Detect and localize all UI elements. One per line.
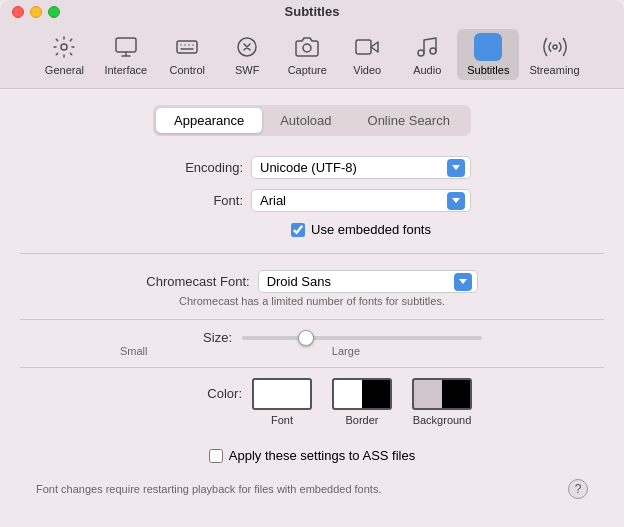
main-window: Subtitles General Interface: [0, 0, 624, 527]
toolbar-label-subtitles: Subtitles: [467, 64, 509, 76]
footer-text: Font changes require restarting playback…: [36, 483, 381, 495]
size-slider-row: Size:: [20, 330, 604, 345]
font-color-label: Font: [271, 414, 293, 426]
tab-bar: Appearance Autoload Online Search: [153, 105, 471, 136]
interface-icon: [112, 33, 140, 61]
size-slider[interactable]: [242, 336, 482, 340]
tab-appearance[interactable]: Appearance: [156, 108, 262, 133]
chromecast-section: Chromecast Font: Droid Sans Chromecast h…: [20, 270, 604, 320]
toolbar-label-streaming: Streaming: [529, 64, 579, 76]
border-color-swatch[interactable]: [332, 378, 392, 410]
background-color-swatch[interactable]: [412, 378, 472, 410]
maximize-button[interactable]: [48, 6, 60, 18]
ass-files-label: Apply these settings to ASS files: [229, 448, 415, 463]
swf-icon: [233, 33, 261, 61]
embedded-fonts-label: Use embedded fonts: [311, 222, 431, 237]
toolbar-label-video: Video: [353, 64, 381, 76]
toolbar-item-general[interactable]: General: [34, 29, 94, 80]
video-icon: [353, 33, 381, 61]
toolbar-item-control[interactable]: Control: [157, 29, 217, 80]
svg-rect-2: [177, 41, 197, 53]
font-row: Font: Arial: [20, 189, 604, 212]
toolbar-item-audio[interactable]: Audio: [397, 29, 457, 80]
svg-point-4: [303, 44, 311, 52]
encoding-label: Encoding:: [153, 160, 243, 175]
toolbar-label-control: Control: [170, 64, 205, 76]
font-select[interactable]: Arial: [251, 189, 471, 212]
footer: Font changes require restarting playback…: [20, 471, 604, 511]
toolbar-label-general: General: [45, 64, 84, 76]
color-section: Color: Font Border: [20, 378, 604, 438]
size-large-label: Large: [332, 345, 360, 357]
toolbar-item-video[interactable]: Video: [337, 29, 397, 80]
color-swatches: Font Border: [252, 378, 472, 426]
encoding-select[interactable]: Unicode (UTF-8): [251, 156, 471, 179]
encoding-row: Encoding: Unicode (UTF-8): [20, 156, 604, 179]
border-color-item: Border: [332, 378, 392, 426]
chromecast-font-select[interactable]: Droid Sans: [258, 270, 478, 293]
color-label: Color:: [152, 378, 242, 401]
svg-point-8: [430, 48, 436, 54]
toolbar-label-interface: Interface: [104, 64, 147, 76]
toolbar: General Interface Control: [0, 23, 624, 89]
toolbar-item-capture[interactable]: Capture: [277, 29, 337, 80]
gear-icon: [50, 33, 78, 61]
chromecast-row: Chromecast Font: Droid Sans: [20, 270, 604, 293]
minimize-button[interactable]: [30, 6, 42, 18]
font-color-swatch[interactable]: [252, 378, 312, 410]
close-button[interactable]: [12, 6, 24, 18]
font-label: Font:: [153, 193, 243, 208]
svg-rect-9: [480, 41, 497, 53]
chromecast-control: Droid Sans: [258, 270, 478, 293]
title-bar: Subtitles: [0, 0, 624, 23]
toolbar-item-swf[interactable]: SWF: [217, 29, 277, 80]
window-title: Subtitles: [285, 4, 340, 19]
embedded-fonts-row: Use embedded fonts: [118, 222, 604, 237]
font-select-wrapper: Arial: [251, 189, 471, 212]
color-row: Color: Font Border: [20, 378, 604, 426]
size-label: Size:: [142, 330, 232, 345]
tab-autoload[interactable]: Autoload: [262, 108, 349, 133]
ass-files-checkbox[interactable]: [209, 449, 223, 463]
keyboard-icon: [173, 33, 201, 61]
toolbar-label-capture: Capture: [288, 64, 327, 76]
tab-online-search[interactable]: Online Search: [350, 108, 468, 133]
chromecast-select-wrapper: Droid Sans: [258, 270, 478, 293]
svg-rect-6: [356, 40, 371, 54]
svg-point-7: [418, 50, 424, 56]
toolbar-item-interface[interactable]: Interface: [94, 29, 157, 80]
toolbar-item-subtitles[interactable]: Subtitles: [457, 29, 519, 80]
streaming-icon: [541, 33, 569, 61]
content-area: Appearance Autoload Online Search Encodi…: [0, 89, 624, 527]
traffic-lights: [12, 6, 60, 18]
help-button[interactable]: ?: [568, 479, 588, 499]
border-color-label: Border: [345, 414, 378, 426]
chromecast-font-label: Chromecast Font:: [146, 274, 249, 289]
toolbar-label-swf: SWF: [235, 64, 259, 76]
toolbar-label-audio: Audio: [413, 64, 441, 76]
embedded-fonts-checkbox[interactable]: [291, 223, 305, 237]
subtitles-icon: [474, 33, 502, 61]
size-section: Size: Small Large: [20, 330, 604, 368]
encoding-select-wrapper: Unicode (UTF-8): [251, 156, 471, 179]
toolbar-item-streaming[interactable]: Streaming: [519, 29, 589, 80]
slider-labels: Small Large: [120, 345, 360, 357]
encoding-control: Unicode (UTF-8): [251, 156, 471, 179]
encoding-font-section: Encoding: Unicode (UTF-8) Font:: [20, 156, 604, 254]
background-color-item: Background: [412, 378, 472, 426]
svg-point-0: [61, 44, 67, 50]
svg-rect-1: [116, 38, 136, 52]
font-color-item: Font: [252, 378, 312, 426]
audio-icon: [413, 33, 441, 61]
svg-marker-5: [371, 42, 378, 52]
background-color-label: Background: [413, 414, 472, 426]
chromecast-note: Chromecast has a limited number of fonts…: [20, 295, 604, 307]
svg-point-10: [553, 45, 557, 49]
size-small-label: Small: [120, 345, 148, 357]
camera-icon: [293, 33, 321, 61]
font-control: Arial: [251, 189, 471, 212]
ass-checkbox-row: Apply these settings to ASS files: [20, 448, 604, 463]
